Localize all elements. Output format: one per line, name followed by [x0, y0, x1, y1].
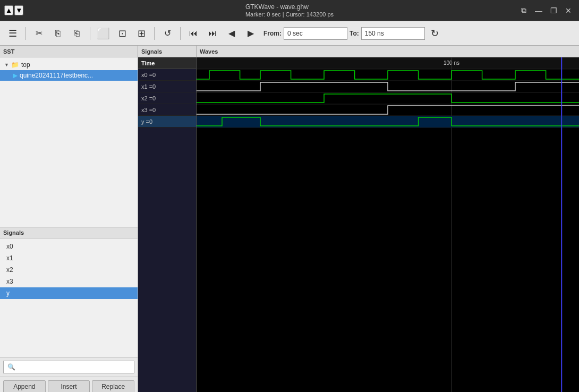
- insert-button[interactable]: Insert: [48, 380, 90, 392]
- wave-label-x3[interactable]: x3 =0: [138, 104, 196, 116]
- waves-section-label: Waves: [197, 46, 579, 57]
- left-panel: ▼ 📁 top ▶ quine20241117testbenc... Signa…: [0, 57, 138, 392]
- tree-arrow-top: ▼: [4, 62, 9, 67]
- maximize-button[interactable]: ⧉: [517, 4, 530, 17]
- wave-label-x0[interactable]: x0 =0: [138, 69, 196, 81]
- signals-waves-labels: Signals Waves: [138, 46, 579, 57]
- titlebar-scroll-arrows[interactable]: ▲ ▼: [4, 5, 23, 15]
- from-label: From:: [263, 30, 282, 37]
- sst-section: ▼ 📁 top ▶ quine20241117testbenc...: [0, 57, 138, 227]
- tree-folder-icon: 📁: [11, 61, 19, 69]
- title-text: GTKWave - wave.ghw Marker: 0 sec | Curso…: [245, 3, 334, 18]
- toolbar: ☰ ✂ ⎘ ⎗ ⬜ ⊡ ⊞ ↺ ⏮ ⏭ ◀ ▶ From: To: ↻: [0, 21, 579, 46]
- signals-section: Signals x0 x1 x2 x3 y 🔍 Append Insert Re…: [0, 227, 138, 392]
- signal-item-x2[interactable]: x2: [0, 264, 138, 276]
- close-button[interactable]: ✕: [562, 4, 575, 17]
- first-button[interactable]: ⏮: [185, 25, 202, 42]
- signal-item-x1[interactable]: x1: [0, 252, 138, 264]
- wave-panel: Time x0 =0 x1 =0 x2 =0 x3 =0 y =0: [138, 57, 579, 392]
- toolbar-separator-3: [154, 27, 155, 40]
- next-button[interactable]: ▶: [242, 25, 259, 42]
- last-button[interactable]: ⏭: [204, 25, 221, 42]
- window-controls: ⧉ — ❐ ✕: [517, 4, 575, 17]
- search-area: 🔍: [0, 357, 138, 377]
- restore-button[interactable]: ❐: [547, 4, 560, 17]
- scroll-up-button[interactable]: ▲: [4, 5, 13, 15]
- signal-labels: Time x0 =0 x1 =0 x2 =0 x3 =0 y =0: [138, 57, 197, 392]
- zoom-fit-button[interactable]: ⊡: [114, 25, 131, 42]
- copy-button[interactable]: ⎘: [49, 25, 66, 42]
- signal-item-y[interactable]: y: [0, 287, 138, 299]
- wave-label-x1[interactable]: x1 =0: [138, 81, 196, 92]
- paste-button[interactable]: ⎗: [69, 25, 86, 42]
- wave-canvas[interactable]: [197, 57, 579, 392]
- sst-tree: ▼ 📁 top ▶ quine20241117testbenc...: [0, 57, 138, 214]
- from-input[interactable]: [284, 27, 347, 40]
- bottom-buttons: Append Insert Replace: [0, 377, 138, 392]
- refresh-button[interactable]: ↻: [427, 25, 443, 41]
- sections-row: SST Signals Waves: [0, 46, 579, 57]
- hamburger-menu-button[interactable]: ☰: [4, 25, 21, 42]
- tree-label-top: top: [21, 61, 30, 69]
- wave-area: Time x0 =0 x1 =0 x2 =0 x3 =0 y =0: [138, 57, 579, 392]
- signal-item-x3[interactable]: x3: [0, 276, 138, 287]
- tree-item-quine[interactable]: ▶ quine20241117testbenc...: [0, 70, 138, 81]
- minimize-button[interactable]: —: [532, 4, 545, 17]
- select-all-button[interactable]: ⬜: [95, 25, 112, 42]
- undo-button[interactable]: ↺: [159, 25, 176, 42]
- append-button[interactable]: Append: [3, 380, 46, 392]
- search-icon: 🔍: [7, 363, 15, 371]
- tree-label-quine: quine20241117testbenc...: [20, 72, 93, 79]
- titlebar: ▲ ▼ GTKWave - wave.ghw Marker: 0 sec | C…: [0, 0, 579, 21]
- cut-button[interactable]: ✂: [30, 25, 47, 42]
- toolbar-separator-1: [25, 27, 26, 40]
- to-input[interactable]: [361, 27, 425, 40]
- replace-button[interactable]: Replace: [92, 380, 134, 392]
- wave-label-x2[interactable]: x2 =0: [138, 92, 196, 104]
- prev-button[interactable]: ◀: [223, 25, 240, 42]
- wave-label-y[interactable]: y =0: [138, 116, 196, 127]
- signals-section-label: Signals: [138, 46, 197, 57]
- from-to-section: From: To:: [263, 27, 425, 40]
- sst-section-label: SST: [0, 46, 138, 57]
- waveform-canvas[interactable]: [197, 57, 579, 392]
- signals-list: x0 x1 x2 x3 y: [0, 238, 138, 357]
- toolbar-separator-4: [180, 27, 181, 40]
- tree-item-top[interactable]: ▼ 📁 top: [0, 59, 138, 70]
- signal-item-x0[interactable]: x0: [0, 241, 138, 252]
- wave-label-time: Time: [138, 57, 196, 69]
- signals-header: Signals: [0, 227, 138, 238]
- search-input[interactable]: [3, 361, 134, 373]
- toolbar-separator-2: [90, 27, 90, 40]
- scroll-down-button[interactable]: ▼: [14, 5, 23, 15]
- to-label: To:: [350, 30, 359, 37]
- tree-module-icon: ▶: [13, 72, 18, 79]
- zoom-box-button[interactable]: ⊞: [133, 25, 150, 42]
- main-area: ▼ 📁 top ▶ quine20241117testbenc... Signa…: [0, 57, 579, 392]
